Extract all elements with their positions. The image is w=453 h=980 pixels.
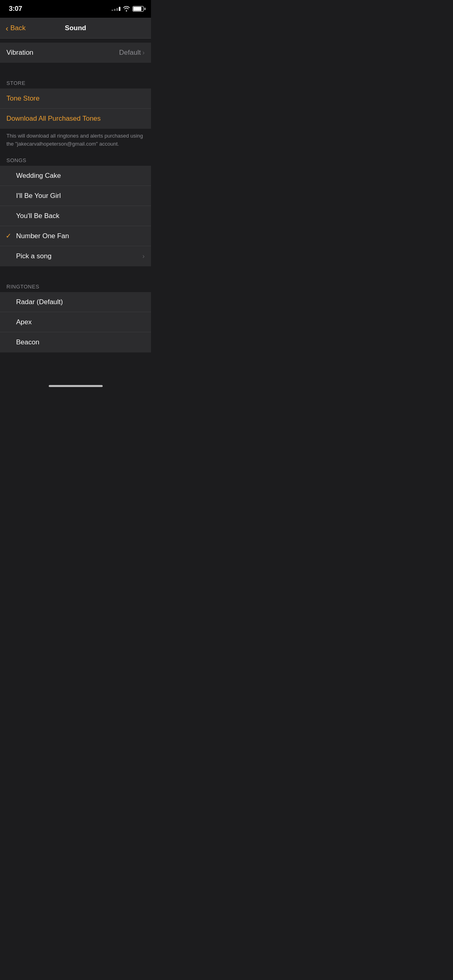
gap — [0, 266, 151, 280]
ringtone-label: Apex — [16, 318, 32, 326]
home-indicator — [0, 377, 151, 390]
page-title: Sound — [65, 24, 86, 32]
ringtone-item-beacon[interactable]: Beacon — [0, 332, 151, 352]
store-section-label: STORE — [0, 77, 151, 89]
back-label: Back — [10, 24, 26, 32]
home-bar — [49, 385, 103, 387]
ringtones-section-label: RINGTONES — [0, 280, 151, 292]
checkmark-icon: ✓ — [6, 232, 11, 240]
chevron-right-icon: › — [143, 253, 145, 260]
store-description: This will download all ringtones and ale… — [0, 129, 151, 154]
ringtone-label: Beacon — [16, 338, 39, 346]
vibration-group: Vibration Default › — [0, 43, 151, 63]
vibration-value: Default › — [119, 49, 145, 57]
tone-store-label: Tone Store — [6, 95, 39, 103]
ringtone-label: Radar (Default) — [16, 298, 63, 306]
vibration-label: Vibration — [6, 49, 33, 57]
back-button[interactable]: ‹ Back — [6, 24, 25, 32]
chevron-right-icon: › — [143, 49, 145, 56]
chevron-back-icon: ‹ — [6, 24, 8, 32]
songs-section-label: SONGS — [0, 154, 151, 166]
store-group: Tone Store Download All Purchased Tones — [0, 89, 151, 129]
gap — [0, 63, 151, 77]
song-label: I'll Be Your Girl — [16, 192, 61, 200]
gap — [0, 39, 151, 43]
song-item-number-one-fan[interactable]: ✓ Number One Fan — [0, 226, 151, 246]
vibration-row[interactable]: Vibration Default › — [0, 43, 151, 63]
song-item-wedding-cake[interactable]: Wedding Cake — [0, 166, 151, 186]
song-label: You'll Be Back — [16, 212, 60, 220]
song-label: Wedding Cake — [16, 172, 61, 180]
battery-icon — [132, 6, 144, 12]
song-label: Number One Fan — [16, 232, 69, 240]
tone-store-row[interactable]: Tone Store — [0, 89, 151, 109]
song-item-ill-be-your-girl[interactable]: I'll Be Your Girl — [0, 186, 151, 206]
pick-song-label: Pick a song — [16, 252, 52, 260]
songs-group: Wedding Cake I'll Be Your Girl You'll Be… — [0, 166, 151, 266]
status-bar: 3:07 — [0, 0, 151, 18]
status-time: 3:07 — [9, 5, 22, 13]
download-all-label: Download All Purchased Tones — [6, 115, 101, 123]
ringtone-item-radar[interactable]: Radar (Default) — [0, 292, 151, 312]
download-all-row[interactable]: Download All Purchased Tones — [0, 109, 151, 129]
nav-bar: ‹ Back Sound — [0, 18, 151, 39]
signal-icon — [112, 7, 120, 11]
wifi-icon — [123, 6, 130, 12]
ringtones-group: Radar (Default) Apex Beacon — [0, 292, 151, 352]
ringtone-item-apex[interactable]: Apex — [0, 312, 151, 332]
status-icons — [112, 6, 144, 12]
pick-a-song-row[interactable]: Pick a song › — [0, 246, 151, 266]
song-item-youll-be-back[interactable]: You'll Be Back — [0, 206, 151, 226]
